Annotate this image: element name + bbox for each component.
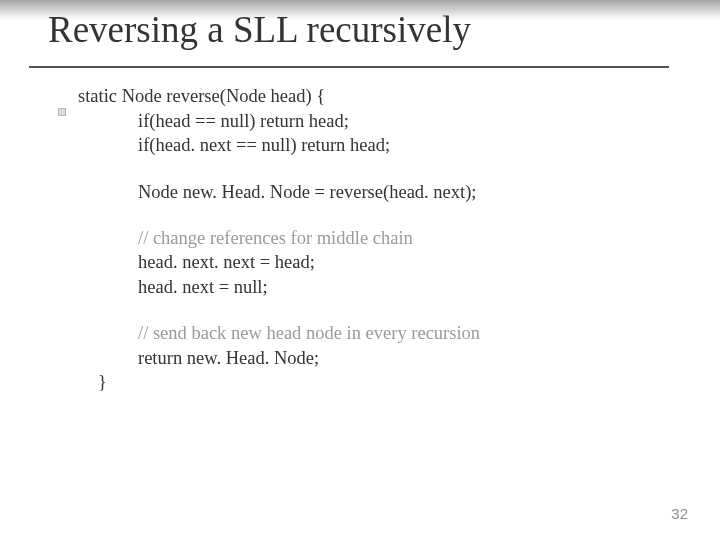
code-body: static Node reverse(Node head) { if(head… [0, 68, 720, 394]
code-line: if(head == null) return head; [138, 109, 700, 133]
code-line: head. next. next = head; [138, 250, 700, 274]
code-close-brace: } [98, 370, 700, 394]
page-number: 32 [671, 505, 688, 522]
code-signature: static Node reverse(Node head) { [78, 84, 700, 108]
code-line: head. next = null; [138, 275, 700, 299]
code-comment: // change references for middle chain [138, 226, 700, 250]
code-line: Node new. Head. Node = reverse(head. nex… [138, 180, 700, 204]
code-line: if(head. next == null) return head; [138, 133, 700, 157]
title-wrap: Reversing a SLL recursively [0, 8, 720, 68]
code-line: return new. Head. Node; [138, 346, 700, 370]
slide-title: Reversing a SLL recursively [48, 8, 720, 58]
bullet-marker [58, 108, 66, 116]
slide: Reversing a SLL recursively static Node … [0, 0, 720, 540]
code-comment: // send back new head node in every recu… [138, 321, 700, 345]
